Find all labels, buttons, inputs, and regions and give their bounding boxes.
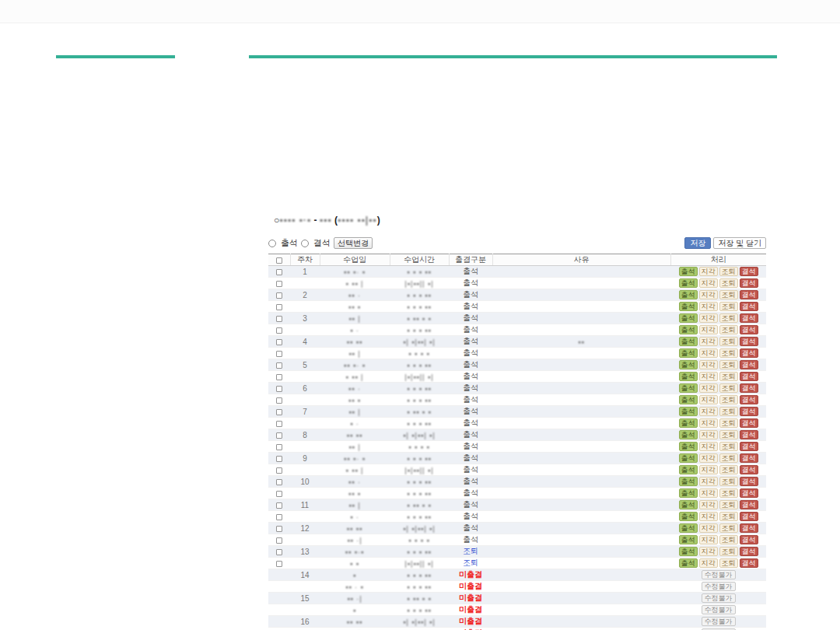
mark-late-button[interactable]: 지각: [699, 302, 718, 311]
mark-late-button[interactable]: 지각: [699, 430, 718, 439]
mark-early-leave-button[interactable]: 조퇴: [719, 477, 738, 486]
row-checkbox[interactable]: [276, 292, 282, 299]
mark-present-button[interactable]: 출석: [679, 302, 698, 311]
mark-present-button[interactable]: 출석: [679, 547, 698, 556]
change-selection-button[interactable]: 선택변경: [334, 237, 373, 249]
mark-early-leave-button[interactable]: 조퇴: [719, 325, 738, 334]
mark-early-leave-button[interactable]: 조퇴: [719, 360, 738, 369]
mark-present-button[interactable]: 출석: [679, 360, 698, 369]
mark-absent-button[interactable]: 결석: [740, 383, 758, 393]
mark-absent-button[interactable]: 결석: [740, 558, 758, 568]
mark-present-button[interactable]: 출석: [679, 313, 698, 323]
mark-early-leave-button[interactable]: 조퇴: [719, 313, 738, 323]
row-checkbox[interactable]: [276, 397, 282, 404]
mark-late-button[interactable]: 지각: [699, 523, 718, 533]
mark-present-button[interactable]: 출석: [679, 500, 698, 509]
mark-late-button[interactable]: 지각: [699, 477, 718, 486]
mark-late-button[interactable]: 지각: [699, 547, 718, 556]
mark-present-button[interactable]: 출석: [679, 430, 698, 439]
mark-present-button[interactable]: 출석: [679, 372, 698, 381]
mark-late-button[interactable]: 지각: [699, 290, 718, 299]
mark-absent-button[interactable]: 결석: [740, 418, 758, 428]
mark-present-button[interactable]: 출석: [679, 453, 698, 463]
mark-early-leave-button[interactable]: 조퇴: [719, 512, 738, 521]
mark-absent-button[interactable]: 결석: [740, 337, 758, 346]
mark-early-leave-button[interactable]: 조퇴: [719, 395, 738, 404]
row-checkbox[interactable]: [276, 281, 282, 287]
mark-late-button[interactable]: 지각: [699, 267, 718, 276]
mark-late-button[interactable]: 지각: [699, 500, 718, 509]
mark-late-button[interactable]: 지각: [699, 337, 718, 346]
mark-late-button[interactable]: 지각: [699, 418, 718, 428]
mark-late-button[interactable]: 지각: [699, 512, 718, 521]
mark-late-button[interactable]: 지각: [699, 325, 718, 334]
mark-absent-button[interactable]: 결석: [740, 360, 758, 369]
mark-early-leave-button[interactable]: 조퇴: [719, 372, 738, 381]
mark-present-button[interactable]: 출석: [679, 348, 698, 358]
mark-late-button[interactable]: 지각: [699, 348, 718, 358]
mark-early-leave-button[interactable]: 조퇴: [719, 278, 738, 288]
mark-absent-button[interactable]: 결석: [740, 313, 758, 323]
mark-early-leave-button[interactable]: 조퇴: [719, 465, 738, 474]
row-checkbox[interactable]: [276, 502, 282, 509]
mark-absent-button[interactable]: 결석: [740, 488, 758, 498]
row-checkbox[interactable]: [276, 561, 282, 567]
save-button[interactable]: 저장: [684, 237, 711, 249]
mark-present-button[interactable]: 출석: [679, 278, 698, 288]
row-checkbox[interactable]: [276, 409, 282, 415]
mark-present-button[interactable]: 출석: [679, 395, 698, 404]
mark-late-button[interactable]: 지각: [699, 535, 718, 544]
row-checkbox[interactable]: [276, 316, 282, 322]
mark-present-button[interactable]: 출석: [679, 267, 698, 276]
mark-early-leave-button[interactable]: 조퇴: [719, 558, 738, 568]
mark-early-leave-button[interactable]: 조퇴: [719, 348, 738, 358]
mark-early-leave-button[interactable]: 조퇴: [719, 547, 738, 556]
mark-absent-button[interactable]: 결석: [740, 523, 758, 533]
mark-present-button[interactable]: 출석: [679, 337, 698, 346]
mark-absent-button[interactable]: 결석: [740, 512, 758, 521]
mark-absent-button[interactable]: 결석: [740, 278, 758, 288]
mark-present-button[interactable]: 출석: [679, 535, 698, 544]
row-checkbox[interactable]: [276, 327, 282, 334]
row-checkbox[interactable]: [276, 444, 282, 450]
mark-late-button[interactable]: 지각: [699, 558, 718, 568]
mark-present-button[interactable]: 출석: [679, 418, 698, 428]
mark-early-leave-button[interactable]: 조퇴: [719, 302, 738, 311]
row-checkbox[interactable]: [276, 549, 282, 555]
row-checkbox[interactable]: [276, 339, 282, 345]
mark-early-leave-button[interactable]: 조퇴: [719, 407, 738, 416]
mark-early-leave-button[interactable]: 조퇴: [719, 418, 738, 428]
row-checkbox[interactable]: [276, 526, 282, 532]
row-checkbox[interactable]: [276, 269, 282, 275]
mark-late-button[interactable]: 지각: [699, 360, 718, 369]
mark-present-button[interactable]: 출석: [679, 477, 698, 486]
mark-present-button[interactable]: 출석: [679, 488, 698, 498]
row-checkbox[interactable]: [276, 467, 282, 474]
mark-absent-button[interactable]: 결석: [740, 465, 758, 474]
row-checkbox[interactable]: [276, 537, 282, 544]
mark-early-leave-button[interactable]: 조퇴: [719, 442, 738, 451]
mark-absent-button[interactable]: 결석: [740, 407, 758, 416]
mark-late-button[interactable]: 지각: [699, 453, 718, 463]
mark-early-leave-button[interactable]: 조퇴: [719, 488, 738, 498]
row-checkbox[interactable]: [276, 386, 282, 392]
mark-absent-button[interactable]: 결석: [740, 372, 758, 381]
mark-late-button[interactable]: 지각: [699, 372, 718, 381]
mark-early-leave-button[interactable]: 조퇴: [719, 523, 738, 533]
mark-present-button[interactable]: 출석: [679, 523, 698, 533]
mark-absent-button[interactable]: 결석: [740, 453, 758, 463]
row-checkbox[interactable]: [276, 456, 282, 462]
mark-early-leave-button[interactable]: 조퇴: [719, 453, 738, 463]
mark-absent-button[interactable]: 결석: [740, 535, 758, 544]
mark-late-button[interactable]: 지각: [699, 383, 718, 393]
save-and-close-button[interactable]: 저장 및 닫기: [713, 237, 766, 249]
row-checkbox[interactable]: [276, 304, 282, 310]
mark-late-button[interactable]: 지각: [699, 488, 718, 498]
mark-early-leave-button[interactable]: 조퇴: [719, 337, 738, 346]
mark-absent-button[interactable]: 결석: [740, 290, 758, 299]
mark-absent-button[interactable]: 결석: [740, 302, 758, 311]
row-checkbox[interactable]: [276, 432, 282, 439]
row-checkbox[interactable]: [276, 374, 282, 380]
row-checkbox[interactable]: [276, 351, 282, 357]
radio-present[interactable]: [268, 240, 276, 247]
